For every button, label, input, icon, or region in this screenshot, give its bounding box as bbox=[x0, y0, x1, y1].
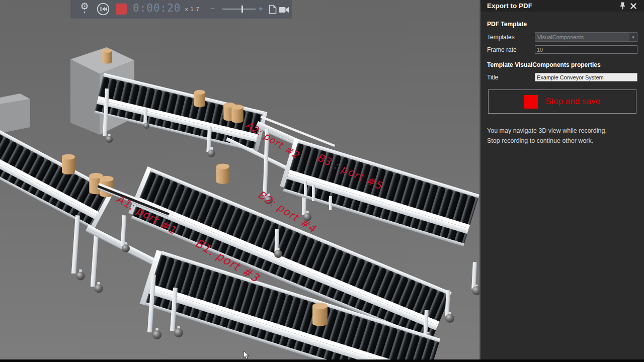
close-button[interactable] bbox=[628, 2, 639, 10]
title-label: Title bbox=[487, 74, 535, 81]
frame-rate-input[interactable] bbox=[535, 45, 637, 54]
3d-viewport[interactable]: A1: port #1 A2: port #2 B1. port #3 B2: … bbox=[0, 0, 479, 362]
panel-header: Export to PDF bbox=[480, 0, 644, 12]
cylinder bbox=[102, 48, 112, 63]
skip-to-start-icon bbox=[97, 3, 110, 16]
settings-button[interactable]: ⚙ ▾ bbox=[78, 1, 91, 14]
recording-toolbar: ⚙ ▾ 0:00:20 x 1.7 − + bbox=[70, 0, 292, 19]
speed-slider[interactable] bbox=[222, 9, 256, 10]
stop-and-save-button[interactable]: Stop and save bbox=[488, 89, 636, 114]
pdf-document-icon bbox=[269, 5, 277, 14]
export-pdf-button[interactable] bbox=[269, 5, 277, 16]
letterbox-bar bbox=[0, 359, 644, 362]
pin-icon bbox=[619, 2, 626, 10]
slider-thumb[interactable] bbox=[242, 6, 243, 13]
conveyor-foot bbox=[152, 326, 183, 339]
playback-speed: x 1.7 bbox=[185, 6, 200, 12]
recording-notes: You may navigate 3D view while recording… bbox=[487, 126, 637, 146]
cylinder bbox=[231, 105, 243, 123]
templates-label: Templates bbox=[487, 34, 535, 41]
stop-and-save-label: Stop and save bbox=[545, 97, 600, 107]
export-to-pdf-panel: Export to PDF PDF Template Templates bbox=[479, 0, 644, 362]
speed-plus-button[interactable]: + bbox=[259, 4, 263, 13]
section-template-properties: Template VisualComponents properties bbox=[487, 61, 637, 68]
note-line: You may navigate 3D view while recording… bbox=[487, 126, 637, 136]
panel-body: PDF Template Templates VisualComponents … bbox=[480, 12, 644, 146]
note-line: Stop recording to continue other work. bbox=[487, 136, 637, 146]
app-window: A1: port #1 A2: port #2 B1. port #3 B2: … bbox=[0, 0, 644, 362]
machine-box-small bbox=[0, 94, 30, 133]
cylinder bbox=[312, 303, 328, 326]
chevron-down-icon: ▾ bbox=[629, 33, 637, 41]
cylinder bbox=[194, 90, 205, 107]
cylinder bbox=[62, 154, 75, 175]
3d-scene: A1: port #1 A2: port #2 B1. port #3 B2: … bbox=[0, 0, 479, 362]
frame-rate-label: Frame rate bbox=[487, 46, 535, 53]
title-input[interactable] bbox=[535, 73, 637, 81]
cylinder bbox=[216, 164, 229, 185]
record-stop-button[interactable] bbox=[116, 4, 127, 15]
templates-select[interactable]: VisualComponents ▾ bbox=[535, 32, 637, 42]
section-pdf-template: PDF Template bbox=[487, 21, 637, 28]
stop-square-icon bbox=[524, 95, 538, 109]
record-video-button[interactable] bbox=[279, 6, 289, 15]
close-icon bbox=[630, 3, 636, 9]
templates-selected-value: VisualComponents bbox=[535, 34, 629, 40]
video-camera-icon bbox=[279, 7, 289, 13]
conveyor-foot bbox=[76, 269, 103, 293]
pin-button[interactable] bbox=[617, 2, 628, 10]
rewind-button[interactable] bbox=[97, 3, 110, 16]
speed-minus-button[interactable]: − bbox=[210, 4, 215, 13]
recording-timer: 0:00:20 bbox=[133, 2, 181, 14]
panel-title: Export to PDF bbox=[487, 2, 617, 10]
